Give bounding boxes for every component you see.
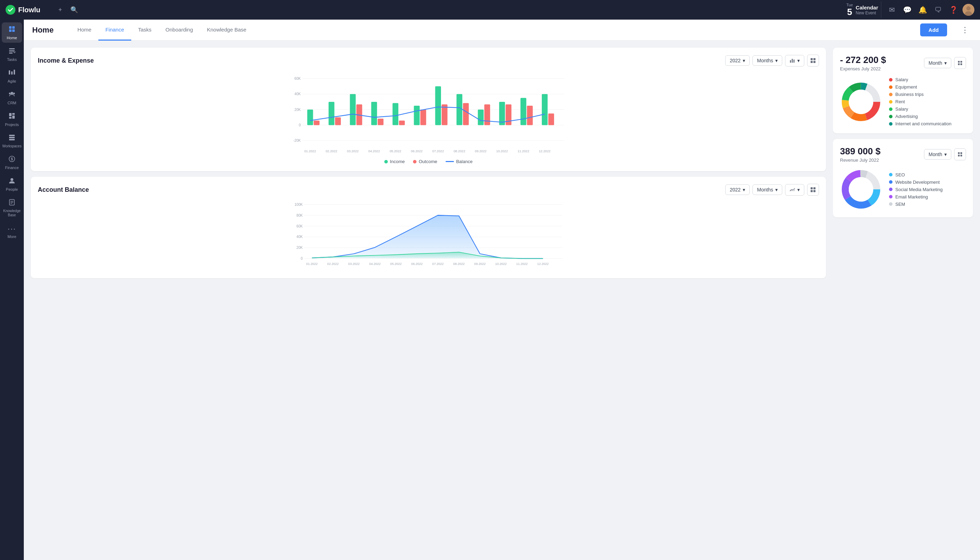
chevron-down-icon: ▾ (775, 58, 778, 63)
tab-onboarding[interactable]: Onboarding (158, 20, 200, 41)
svg-text:20K: 20K (294, 108, 301, 112)
grid-button[interactable] (807, 55, 819, 67)
svg-text:07.2022: 07.2022 (432, 150, 444, 153)
topnav: Flowlu + 🔍 Tue 5 Calendar New Event ✉ 💬 (0, 0, 980, 20)
sidebar-item-projects[interactable]: Projects (2, 109, 22, 130)
sidebar-finance-label: Finance (5, 165, 18, 170)
svg-text:02.2022: 02.2022 (325, 150, 337, 153)
svg-text:06.2022: 06.2022 (411, 150, 422, 153)
svg-rect-70 (542, 94, 548, 125)
sidebar-item-tasks[interactable]: Tasks (2, 44, 22, 64)
account-balance-header: Account Balance 2022 ▾ Months ▾ (38, 184, 819, 196)
income-expense-header: Income & Expense 2022 ▾ Months ▾ (38, 55, 819, 67)
sidebar: Home Tasks Agile CRM Projects (0, 20, 24, 560)
svg-text:100K: 100K (295, 203, 303, 207)
svg-point-126 (849, 90, 873, 114)
expenses-donut-section: Salary Equipment Business trips (840, 77, 966, 127)
app-name: Flowlu (18, 6, 40, 14)
revenue-period-dropdown[interactable]: Month ▾ (924, 149, 951, 160)
svg-text:03.2022: 03.2022 (347, 150, 358, 153)
home-icon (8, 25, 16, 35)
svg-rect-19 (9, 117, 12, 118)
svg-text:10.2022: 10.2022 (496, 150, 508, 153)
chevron-down-icon: ▾ (797, 187, 800, 192)
expenses-grid-button[interactable] (954, 57, 966, 69)
sidebar-item-more[interactable]: ··· More (2, 222, 22, 242)
page-header: Home Home Finance Tasks Onboarding Knowl… (24, 20, 980, 41)
revenue-card-header: 389 000 $ Revenue July 2022 Month ▾ (840, 146, 966, 163)
ab-chart-type-dropdown[interactable]: ▾ (785, 184, 804, 196)
svg-rect-10 (9, 52, 13, 53)
expenses-controls: Month ▾ (924, 57, 966, 69)
calendar-button[interactable]: Tue 5 Calendar New Event (843, 2, 881, 18)
svg-rect-9 (9, 50, 15, 52)
sidebar-item-people[interactable]: People (2, 174, 22, 194)
sidebar-item-finance[interactable]: $ Finance (2, 152, 22, 173)
svg-rect-128 (960, 152, 962, 154)
more-options-button[interactable]: ⋮ (958, 24, 972, 36)
avatar[interactable] (962, 4, 974, 16)
svg-rect-11 (9, 70, 10, 75)
svg-text:11.2022: 11.2022 (516, 262, 528, 266)
topnav-actions: + 🔍 (55, 4, 80, 15)
bell-button[interactable]: 🔔 (916, 3, 929, 16)
legend-income: Income (384, 159, 405, 164)
ab-year-dropdown[interactable]: 2022 ▾ (725, 185, 750, 195)
svg-text:03.2022: 03.2022 (348, 262, 360, 266)
comment-icon: 🗨 (935, 6, 942, 14)
svg-point-2 (967, 6, 970, 10)
tab-home[interactable]: Home (70, 20, 98, 41)
svg-text:06.2022: 06.2022 (411, 262, 423, 266)
svg-rect-69 (527, 106, 533, 125)
svg-rect-116 (958, 63, 960, 65)
bell-icon: 🔔 (918, 6, 927, 14)
svg-rect-129 (958, 155, 960, 157)
add-button[interactable]: Add (920, 23, 947, 37)
tab-tasks[interactable]: Tasks (131, 20, 158, 41)
tab-finance[interactable]: Finance (98, 20, 131, 41)
legend-email-marketing: Email Marketing (889, 194, 943, 200)
revenue-controls: Month ▾ (924, 148, 966, 160)
search-button[interactable]: 🔍 (68, 4, 80, 15)
svg-rect-50 (328, 102, 335, 125)
ab-period-dropdown[interactable]: Months ▾ (752, 185, 782, 195)
svg-rect-34 (811, 58, 813, 60)
topnav-right: Tue 5 Calendar New Event ✉ 💬 🔔 🗨 ❓ (843, 2, 974, 18)
period-dropdown[interactable]: Months ▾ (752, 55, 782, 66)
mail-button[interactable]: ✉ (885, 3, 898, 16)
sidebar-item-agile[interactable]: Agile (2, 66, 22, 86)
sidebar-item-home[interactable]: Home (2, 22, 22, 43)
revenue-grid-button[interactable] (954, 148, 966, 160)
area-chart-icon (790, 187, 795, 193)
calendar-date: Tue 5 (846, 3, 853, 17)
svg-rect-4 (9, 26, 12, 29)
svg-text:01.2022: 01.2022 (306, 262, 318, 266)
chart-type-dropdown[interactable]: ▾ (785, 55, 804, 67)
more-icon: ··· (8, 224, 16, 233)
expenses-period-dropdown[interactable]: Month ▾ (924, 58, 951, 68)
svg-rect-56 (393, 103, 398, 125)
chat-button[interactable]: 💬 (901, 3, 913, 16)
tasks-icon (8, 47, 16, 57)
legend-social-media: Social Media Marketing (889, 187, 943, 192)
add-button[interactable]: + (55, 4, 66, 15)
svg-rect-5 (12, 26, 15, 29)
sidebar-item-workspaces[interactable]: Workspaces (2, 131, 22, 151)
sidebar-item-knowledge[interactable]: Knowledge Base (2, 196, 22, 220)
svg-rect-8 (9, 48, 15, 49)
content: Income & Expense 2022 ▾ Months ▾ (24, 41, 980, 560)
mail-icon: ✉ (889, 6, 895, 14)
svg-text:01.2022: 01.2022 (304, 150, 316, 153)
sidebar-item-crm[interactable]: CRM (2, 88, 22, 108)
svg-text:0: 0 (299, 123, 301, 127)
ab-grid-button[interactable] (807, 184, 819, 196)
svg-rect-31 (790, 60, 791, 63)
year-dropdown[interactable]: 2022 ▾ (725, 55, 750, 66)
help-button[interactable]: ❓ (947, 3, 960, 16)
projects-icon (8, 112, 16, 122)
chat-icon: 💬 (903, 6, 912, 14)
chevron-down-icon: ▾ (944, 152, 947, 157)
comment-button[interactable]: 🗨 (932, 3, 944, 16)
tab-knowledge-base[interactable]: Knowledge Base (200, 20, 253, 41)
sidebar-knowledge-label: Knowledge Base (3, 209, 20, 217)
